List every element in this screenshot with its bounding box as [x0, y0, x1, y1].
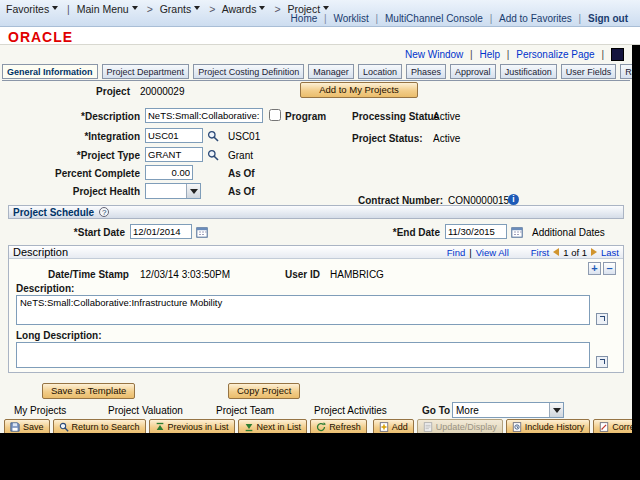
separator: |	[490, 13, 493, 24]
project-health-label: Project Health	[10, 186, 140, 197]
description-field-label: Description:	[16, 283, 74, 294]
include-history-icon	[512, 422, 522, 433]
project-health-select[interactable]	[145, 183, 201, 199]
project-schedule-title: Project Schedule	[9, 207, 94, 218]
lookup-icon[interactable]	[207, 129, 219, 142]
view-all-link[interactable]: View All	[476, 247, 509, 258]
description-textarea[interactable]: NeTS:Small:Collaborative:Infrastructure …	[16, 295, 590, 325]
chevron-down-icon	[52, 6, 58, 10]
separator: |	[601, 49, 604, 60]
tab-manager[interactable]: Manager	[308, 64, 354, 79]
datetime-stamp-label: Date/Time Stamp	[48, 269, 129, 280]
info-icon[interactable]	[508, 194, 519, 205]
first-link[interactable]: First	[531, 247, 549, 258]
add-row-button[interactable]	[588, 262, 601, 275]
save-icon	[10, 422, 20, 433]
description-input[interactable]	[145, 108, 263, 123]
start-date-input[interactable]	[130, 224, 192, 239]
page-action-links: New Window | Help | Personalize Page |	[403, 49, 606, 60]
search-icon	[59, 422, 69, 433]
project-schedule-header: Project Schedule	[8, 205, 624, 219]
project-team-link[interactable]: Project Team	[216, 405, 274, 416]
breadcrumb-favorites[interactable]: Favorites	[6, 3, 60, 15]
add-to-my-projects-button[interactable]: Add to My Projects	[300, 82, 418, 98]
tab-project-department[interactable]: Project Department	[102, 64, 190, 79]
tab-project-costing-definition[interactable]: Project Costing Definition	[193, 64, 304, 79]
integration-input[interactable]	[145, 128, 203, 143]
separator: >	[274, 3, 280, 15]
next-row-icon[interactable]	[591, 248, 597, 256]
worklist-link[interactable]: Worklist	[333, 13, 368, 24]
return-to-search-label: Return to Search	[72, 422, 140, 432]
tab-rates[interactable]: Rates	[620, 64, 632, 79]
calendar-icon[interactable]	[511, 225, 523, 238]
lookup-icon[interactable]	[207, 148, 219, 161]
breadcrumb-awards[interactable]: Awards	[222, 3, 268, 15]
find-link[interactable]: Find	[447, 247, 465, 258]
copy-project-button[interactable]: Copy Project	[228, 383, 300, 399]
return-to-search-button[interactable]: Return to Search	[53, 419, 146, 433]
help-icon[interactable]	[99, 207, 109, 217]
home-link[interactable]: Home	[291, 13, 318, 24]
project-activities-link[interactable]: Project Activities	[314, 405, 387, 416]
additional-dates-link[interactable]: Additional Dates	[532, 227, 605, 238]
my-projects-link[interactable]: My Projects	[14, 405, 66, 416]
add-button[interactable]: Add	[373, 419, 414, 433]
processing-status-value: Active	[433, 111, 460, 122]
end-date-input[interactable]	[445, 224, 507, 239]
goto-select[interactable]: More	[452, 402, 564, 418]
save-button[interactable]: Save	[4, 419, 50, 433]
delete-row-button[interactable]	[603, 262, 616, 275]
page-content: New Window | Help | Personalize Page | G…	[0, 45, 632, 433]
add-to-favorites-link[interactable]: Add to Favorites	[499, 13, 572, 24]
expand-icon[interactable]	[596, 313, 608, 325]
user-id-value: HAMBRICG	[330, 269, 384, 280]
program-checkbox[interactable]	[269, 109, 281, 121]
include-history-button[interactable]: Include History	[506, 419, 591, 433]
project-valuation-link[interactable]: Project Valuation	[108, 405, 183, 416]
copy-url-icon[interactable]	[611, 48, 624, 61]
separator: |	[470, 49, 473, 60]
breadcrumb-main-menu[interactable]: Main Menu	[77, 3, 140, 15]
personalize-page-link[interactable]: Personalize Page	[516, 49, 594, 60]
refresh-icon	[316, 422, 326, 433]
calendar-icon[interactable]	[196, 225, 208, 238]
percent-complete-input[interactable]	[145, 165, 193, 180]
tab-user-fields[interactable]: User Fields	[561, 64, 617, 79]
update-display-button: Update/Display	[417, 419, 503, 433]
project-status-label: Project Status:	[352, 133, 423, 144]
help-link[interactable]: Help	[479, 49, 500, 60]
last-link[interactable]: Last	[601, 247, 619, 258]
tab-phases[interactable]: Phases	[406, 64, 446, 79]
project-type-input[interactable]	[145, 147, 203, 162]
dropdown-arrow-icon[interactable]	[186, 184, 200, 198]
project-id: 20000029	[140, 86, 185, 97]
project-type-text: Grant	[228, 150, 253, 161]
new-window-link[interactable]: New Window	[405, 49, 463, 60]
separator: |	[67, 3, 70, 15]
tab-justification[interactable]: Justification	[500, 64, 557, 79]
tab-approval[interactable]: Approval	[450, 64, 496, 79]
save-as-template-button[interactable]: Save as Template	[42, 383, 135, 399]
chevron-down-icon	[323, 6, 329, 10]
previous-in-list-button[interactable]: Previous in List	[149, 419, 235, 433]
sign-out-link[interactable]: Sign out	[588, 13, 628, 24]
add-icon	[379, 422, 389, 433]
tab-general-information[interactable]: General Information	[2, 64, 98, 79]
top-navigation-bar: Favorites | Main Menu > Grants > Awards …	[0, 0, 640, 27]
multichannel-console-link[interactable]: MultiChannel Console	[385, 13, 483, 24]
previous-row-icon[interactable]	[553, 248, 559, 256]
processing-status-label: Processing Status	[352, 111, 439, 122]
add-label: Add	[392, 422, 408, 432]
correct-history-button[interactable]: Correct History	[593, 419, 632, 433]
refresh-button[interactable]: Refresh	[310, 419, 367, 433]
dropdown-arrow-icon[interactable]	[549, 403, 563, 417]
project-status-value[interactable]: Active	[433, 133, 460, 144]
description-label: *Description	[10, 111, 140, 122]
breadcrumb-grants[interactable]: Grants	[160, 3, 203, 15]
next-in-list-button[interactable]: Next in List	[238, 419, 308, 433]
tab-location[interactable]: Location	[358, 64, 402, 79]
expand-icon[interactable]	[596, 356, 608, 368]
long-description-textarea[interactable]	[16, 342, 590, 368]
breadcrumb-label: Grants	[160, 3, 192, 15]
